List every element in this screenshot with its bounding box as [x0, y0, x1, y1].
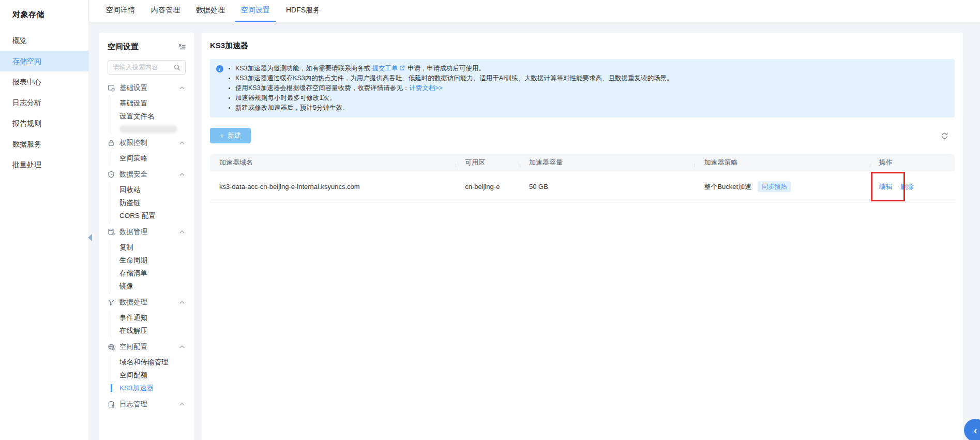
sidebar-item-data-service[interactable]: 数据服务 — [0, 134, 88, 154]
create-button[interactable]: + 新建 — [210, 128, 251, 143]
sidebar-item-report-rules[interactable]: 报告规则 — [0, 113, 88, 134]
chevron-up-icon[interactable] — [179, 141, 186, 144]
tree-item-lifecycle[interactable]: 生命周期 — [119, 254, 186, 267]
left-sidebar: 对象存储 概览 存储空间 报表中心 日志分析 报告规则 数据服务 批量处理 — [0, 0, 89, 440]
chevron-up-icon[interactable] — [179, 86, 186, 90]
tree-group-basic[interactable]: 基础设置 — [108, 81, 186, 95]
delete-link[interactable]: 删除 — [900, 182, 914, 192]
tree-item-mirror[interactable]: 镜像 — [119, 280, 186, 292]
sidebar-nav: 概览 存储空间 报表中心 日志分析 报告规则 数据服务 批量处理 — [0, 30, 88, 175]
tree-item-event-notification[interactable]: 事件通知 — [119, 311, 186, 324]
tree-group-permission[interactable]: 权限控制 — [108, 136, 186, 150]
globe-icon — [108, 343, 115, 350]
sidebar-item-log-analysis[interactable]: 日志分析 — [0, 92, 88, 113]
settings-square-icon — [108, 84, 115, 92]
banner-list: KS3加速器为邀测功能，如有需要请联系商务或 提交工单 申请，申请成功后可使用。… — [228, 64, 673, 113]
tab-space-settings[interactable]: 空间设置 — [240, 0, 271, 22]
sidebar-item-storage-space[interactable]: 存储空间 — [0, 51, 88, 71]
column-header-zone: 可用区 — [456, 158, 520, 167]
external-link-icon — [399, 65, 405, 71]
tree-group-data-processing[interactable]: 数据处理 — [108, 296, 186, 309]
banner-line: 加速器规则每小时最多可修改1次。 — [235, 93, 673, 103]
strategy-text: 整个Bucket加速 — [704, 182, 751, 192]
sidebar-item-overview[interactable]: 概览 — [0, 30, 88, 51]
tree-group-security[interactable]: 数据安全 — [108, 168, 186, 181]
chevron-up-icon[interactable] — [179, 403, 186, 406]
tab-hdfs-service[interactable]: HDFS服务 — [285, 0, 321, 22]
sidebar-item-batch-processing[interactable]: 批量处理 — [0, 154, 88, 175]
tree-group-label: 数据处理 — [119, 298, 147, 307]
ks3-accelerator-section: KS3加速器 i KS3加速器为邀测功能，如有需要请联系商务或 提交工单 申请，… — [202, 33, 963, 440]
submit-ticket-link[interactable]: 提交工单 — [372, 65, 398, 72]
banner-line: 新建或修改加速器后，预计5分钟生效。 — [235, 103, 673, 113]
tab-data-processing[interactable]: 数据处理 — [195, 0, 226, 22]
cell-domain: ks3-data-acc-cn-beijing-e-internal.ksyun… — [210, 183, 456, 190]
preheat-badge: 同步预热 — [758, 181, 791, 193]
tree-item-space-quota[interactable]: 空间配额 — [119, 369, 186, 382]
plus-icon: + — [220, 132, 224, 139]
toolbar: + 新建 — [210, 128, 955, 143]
tree-item-hotlink-protection[interactable]: 防盗链 — [119, 196, 186, 209]
search-icon[interactable] — [174, 64, 180, 71]
tree-item-storage-inventory[interactable]: 存储清单 — [119, 267, 186, 280]
sidebar-item-report-center[interactable]: 报表中心 — [0, 71, 88, 92]
chevron-up-icon[interactable] — [179, 301, 186, 304]
database-icon — [108, 228, 115, 236]
redacted-item — [119, 125, 177, 133]
tree-item-recycle-bin[interactable]: 回收站 — [119, 183, 186, 196]
tab-content-management[interactable]: 内容管理 — [150, 0, 181, 22]
tree-group-label: 空间配置 — [119, 342, 147, 351]
content-area: 空间设置 — [89, 22, 980, 440]
banner-line: KS3加速器通过缓存KS3内的热点文件，为用户提供高吞吐、低延时的数据访问能力。… — [235, 74, 673, 83]
tree-group-data-management[interactable]: 数据管理 — [108, 225, 186, 239]
tree-item-ks3-accelerator[interactable]: KS3加速器 — [119, 382, 186, 394]
settings-panel: 空间设置 — [99, 33, 194, 440]
info-banner: i KS3加速器为邀测功能，如有需要请联系商务或 提交工单 申请，申请成功后可使… — [210, 59, 955, 118]
bucket-tabbar: 空间详情 内容管理 数据处理 空间设置 HDFS服务 — [89, 0, 980, 22]
billing-doc-link[interactable]: 计费文档>> — [409, 84, 443, 92]
lock-icon — [108, 139, 115, 146]
search-input[interactable] — [113, 64, 174, 71]
cell-strategy: 整个Bucket加速 同步预热 — [695, 181, 869, 193]
chevron-up-icon[interactable] — [179, 345, 186, 348]
tree-group-space-config[interactable]: 空间配置 — [108, 340, 186, 354]
column-header-domain: 加速器域名 — [210, 158, 456, 167]
tree-item-copy[interactable]: 复制 — [119, 241, 186, 254]
tree-group-label: 日志管理 — [119, 400, 147, 409]
cell-actions: 编辑 删除 — [870, 182, 955, 192]
tree-group-log-management[interactable]: 日志管理 — [108, 398, 186, 411]
accelerator-table: 加速器域名 可用区 加速器容量 加速器策略 操作 ks3-data-acc-cn… — [210, 154, 955, 202]
shield-icon — [108, 171, 115, 178]
cell-zone: cn-beijing-e — [456, 183, 520, 190]
page-title: KS3加速器 — [210, 41, 955, 51]
product-title: 对象存储 — [0, 0, 88, 20]
settings-tree: 基础设置 基础设置 设置文件名 权限控制 — [108, 81, 186, 411]
tree-item-space-policy[interactable]: 空间策略 — [119, 152, 186, 165]
tab-space-detail[interactable]: 空间详情 — [105, 0, 136, 22]
edit-link[interactable]: 编辑 — [879, 183, 893, 190]
info-icon: i — [216, 65, 223, 72]
panel-title: 空间设置 — [108, 42, 139, 52]
refresh-icon[interactable] — [941, 132, 948, 140]
column-header-actions: 操作 — [870, 158, 955, 167]
chevron-up-icon[interactable] — [179, 230, 186, 233]
banner-line: KS3加速器为邀测功能，如有需要请联系商务或 提交工单 申请，申请成功后可使用。 — [235, 64, 673, 74]
chevron-up-icon[interactable] — [179, 173, 186, 176]
tree-search-box — [108, 60, 186, 75]
content-column: 空间详情 内容管理 数据处理 空间设置 HDFS服务 空间设置 — [89, 0, 980, 440]
column-header-strategy: 加速器策略 — [695, 158, 869, 167]
sidebar-collapse-icon[interactable] — [88, 234, 92, 241]
app-root: 对象存储 概览 存储空间 报表中心 日志分析 报告规则 数据服务 批量处理 空间… — [0, 0, 980, 440]
banner-line: 使用KS3加速器会根据缓存空间容量收费，收费详情请参见：计费文档>> — [235, 83, 673, 93]
tree-item-cors-config[interactable]: CORS 配置 — [119, 209, 186, 222]
tree-group-label: 数据管理 — [119, 227, 147, 237]
tree-item-basic-settings[interactable]: 基础设置 — [119, 97, 186, 110]
tree-group-label: 数据安全 — [119, 170, 147, 179]
tree-item-online-unzip[interactable]: 在线解压 — [119, 324, 186, 337]
tree-group-label: 权限控制 — [119, 138, 147, 148]
cell-capacity: 50 GB — [520, 183, 695, 190]
tree-item-set-filename[interactable]: 设置文件名 — [119, 110, 186, 123]
table-header: 加速器域名 可用区 加速器容量 加速器策略 操作 — [210, 154, 955, 171]
tree-item-domain-transfer[interactable]: 域名和传输管理 — [119, 356, 186, 369]
collapse-tree-icon[interactable] — [178, 43, 186, 51]
